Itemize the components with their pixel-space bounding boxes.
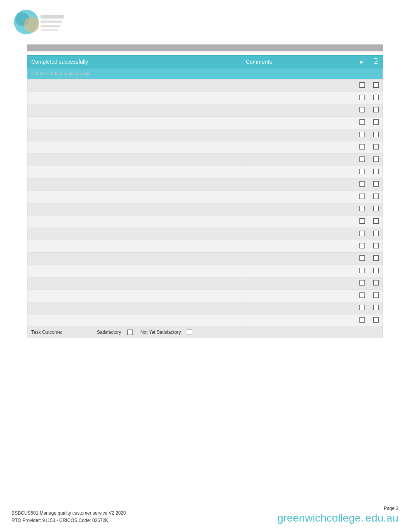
checkbox-y[interactable] xyxy=(359,181,365,187)
checkbox-n[interactable] xyxy=(373,243,379,248)
checkbox-n[interactable] xyxy=(373,95,379,100)
checkbox-n[interactable] xyxy=(373,206,379,211)
checkbox-n[interactable] xyxy=(373,305,379,310)
checkbox-y[interactable] xyxy=(359,317,365,323)
checkbox-n[interactable] xyxy=(373,82,379,88)
checkbox-n[interactable] xyxy=(373,317,379,323)
checkbox-y[interactable] xyxy=(359,144,365,150)
checkbox-y[interactable] xyxy=(359,292,365,298)
check-y-cell xyxy=(355,253,369,265)
task-cell xyxy=(27,129,242,141)
check-y-cell xyxy=(355,203,369,216)
checklist-table: Completed successfully Comments ► Z̅ Did… xyxy=(27,55,383,338)
checkbox-y[interactable] xyxy=(359,268,365,273)
check-n-cell xyxy=(369,129,383,141)
table-header-row: Completed successfully Comments ► Z̅ xyxy=(27,56,383,68)
checkbox-y[interactable] xyxy=(359,95,365,100)
checkbox-n[interactable] xyxy=(373,169,379,174)
check-n-cell xyxy=(369,166,383,178)
checkbox-n[interactable] xyxy=(373,231,379,236)
main-content: Completed successfully Comments ► Z̅ Did… xyxy=(27,55,383,338)
footer-line2: RTO Provider: 91153 - CRICOS Code: 02672… xyxy=(12,517,126,524)
footer-right: Page 3 greenwichcollege. edu.au xyxy=(277,506,398,524)
check-n-cell xyxy=(369,117,383,129)
checkbox-y[interactable] xyxy=(359,194,365,199)
checkbox-y[interactable] xyxy=(359,206,365,211)
task-cell xyxy=(27,253,242,265)
checkbox-y[interactable] xyxy=(359,82,365,88)
subheader-cell: Did the student satisfactorily: xyxy=(27,68,383,80)
footer-brand2: edu.au xyxy=(365,512,398,524)
checkbox-n[interactable] xyxy=(373,218,379,224)
checkbox-n[interactable] xyxy=(373,280,379,286)
checkbox-n[interactable] xyxy=(373,292,379,298)
table-row xyxy=(27,166,383,178)
check-n-cell xyxy=(369,302,383,314)
check-y-cell xyxy=(355,80,369,92)
task-cell xyxy=(27,104,242,117)
check-n-cell xyxy=(369,141,383,154)
task-cell xyxy=(27,265,242,277)
task-cell xyxy=(27,314,242,327)
footer-line1: BSBCUS501 Manage quality customer servic… xyxy=(12,510,126,517)
comments-cell xyxy=(242,203,355,216)
table-row xyxy=(27,92,383,104)
col-comments-header: Comments xyxy=(242,56,355,68)
task-cell xyxy=(27,203,242,216)
checkbox-n[interactable] xyxy=(373,255,379,261)
checkbox-n[interactable] xyxy=(373,132,379,137)
check-n-cell xyxy=(369,216,383,228)
checkbox-n[interactable] xyxy=(373,144,379,150)
checkbox-n[interactable] xyxy=(373,107,379,112)
check-y-cell xyxy=(355,290,369,302)
task-cell xyxy=(27,166,242,178)
checkbox-y[interactable] xyxy=(359,119,365,125)
check-n-cell xyxy=(369,203,383,216)
checkbox-n[interactable] xyxy=(373,181,379,187)
checkbox-n[interactable] xyxy=(373,268,379,273)
check-n-cell xyxy=(369,265,383,277)
check-n-cell xyxy=(369,290,383,302)
satisfactory-checkbox[interactable] xyxy=(127,330,133,335)
checkbox-y[interactable] xyxy=(359,132,365,137)
footer: BSBCUS501 Manage quality customer servic… xyxy=(0,506,410,524)
checkbox-y[interactable] xyxy=(359,255,365,261)
svg-point-2 xyxy=(24,17,39,32)
checkbox-n[interactable] xyxy=(373,194,379,199)
outcome-row: Task Outcome: Satisfactory Not Yet Satis… xyxy=(27,327,383,338)
table-row xyxy=(27,141,383,154)
not-yet-checkbox[interactable] xyxy=(187,330,192,335)
comments-cell xyxy=(242,80,355,92)
col-n-header: Z̅ xyxy=(369,56,383,68)
checkbox-y[interactable] xyxy=(359,169,365,174)
check-y-cell xyxy=(355,191,369,203)
task-cell xyxy=(27,92,242,104)
checkbox-y[interactable] xyxy=(359,243,365,248)
outcome-label: Task Outcome: xyxy=(31,330,62,335)
subheader-row: Did the student satisfactorily: xyxy=(27,68,383,80)
check-y-cell xyxy=(355,314,369,327)
comments-cell xyxy=(242,265,355,277)
checkbox-y[interactable] xyxy=(359,305,365,310)
comments-cell xyxy=(242,277,355,290)
checkbox-y[interactable] xyxy=(359,280,365,286)
check-y-cell xyxy=(355,141,369,154)
table-row xyxy=(27,154,383,166)
table-row xyxy=(27,228,383,240)
check-y-cell xyxy=(355,228,369,240)
comments-cell xyxy=(242,191,355,203)
checkbox-y[interactable] xyxy=(359,218,365,224)
n-icon: Z̅ xyxy=(374,59,378,65)
comments-cell xyxy=(242,240,355,253)
task-cell xyxy=(27,141,242,154)
task-cell xyxy=(27,240,242,253)
page-wrapper: Completed successfully Comments ► Z̅ Did… xyxy=(0,0,410,532)
check-y-cell xyxy=(355,240,369,253)
checkbox-n[interactable] xyxy=(373,119,379,125)
checkbox-n[interactable] xyxy=(373,156,379,162)
checkbox-y[interactable] xyxy=(359,107,365,112)
svg-rect-3 xyxy=(41,15,64,19)
checkbox-y[interactable] xyxy=(359,156,365,162)
check-y-cell xyxy=(355,117,369,129)
checkbox-y[interactable] xyxy=(359,231,365,236)
